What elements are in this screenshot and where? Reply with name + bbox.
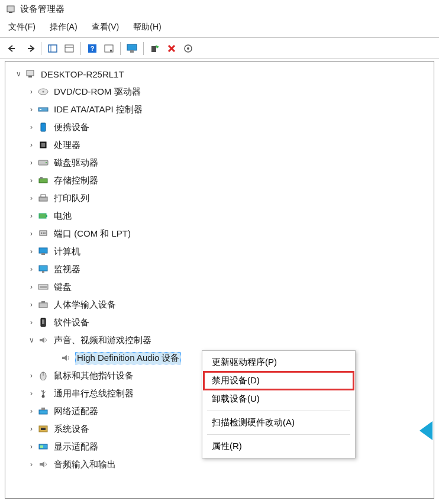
svg-rect-32 [41, 195, 46, 197]
svg-rect-58 [39, 410, 47, 414]
expander-icon[interactable]: › [27, 159, 36, 167]
svg-rect-11 [130, 50, 134, 53]
expander-icon[interactable]: › [27, 247, 36, 256]
tree-node-label: DESKTOP-R25RL1T [41, 69, 124, 79]
svg-rect-40 [41, 253, 45, 255]
enable-device-icon[interactable] [148, 41, 162, 56]
tree-node-label: 音频输入和输出 [54, 459, 116, 469]
svg-marker-50 [40, 337, 44, 343]
expander-icon[interactable]: ∨ [14, 70, 23, 78]
svg-rect-59 [41, 408, 45, 410]
properties-icon[interactable] [102, 41, 116, 56]
tree-node[interactable]: ›打印队列 [5, 189, 434, 207]
expander-icon[interactable]: › [27, 389, 36, 398]
svg-rect-10 [127, 44, 137, 50]
back-arrow-icon[interactable] [6, 41, 20, 56]
svg-rect-2 [49, 45, 57, 52]
svg-point-17 [187, 47, 189, 50]
expander-icon[interactable]: › [27, 230, 36, 238]
delete-icon[interactable] [164, 41, 179, 56]
tree-node[interactable]: ›端口 (COM 和 LPT) [5, 225, 434, 243]
tree-node-label: 磁盘驱动器 [54, 157, 98, 167]
tree-node[interactable]: ›人体学输入设备 [5, 296, 434, 314]
tree-node-label: 便携设备 [54, 122, 89, 132]
expander-icon[interactable]: › [27, 194, 36, 202]
context-menu-separator [207, 434, 350, 435]
disk-drive-icon [37, 157, 49, 168]
processor-icon [37, 140, 49, 150]
svg-rect-24 [41, 123, 46, 131]
tree-node-label: 软件设备 [54, 317, 89, 327]
toolbar-separator [120, 42, 121, 55]
tree-node[interactable]: ›软件设备 [5, 314, 434, 331]
svg-rect-63 [40, 445, 43, 448]
svg-rect-31 [39, 197, 47, 201]
show-hide-console-icon[interactable] [46, 41, 60, 56]
tree-node[interactable]: ›计算机 [5, 243, 434, 260]
context-menu-scan-hardware[interactable]: 扫描检测硬件改动(A) [204, 413, 354, 432]
svg-rect-0 [7, 6, 14, 12]
svg-rect-29 [39, 179, 47, 183]
expander-icon[interactable]: › [27, 88, 36, 96]
expander-icon[interactable]: › [27, 283, 36, 291]
tree-node[interactable]: ›IDE ATA/ATAPI 控制器 [5, 101, 434, 118]
svg-text:?: ? [91, 45, 95, 52]
forward-arrow-icon[interactable] [22, 41, 37, 56]
ports-icon [37, 228, 49, 239]
tree-node[interactable]: ›存储控制器 [5, 172, 434, 189]
menu-view[interactable]: 查看(V) [92, 22, 120, 33]
svg-rect-12 [151, 46, 156, 52]
expander-icon[interactable]: › [27, 123, 36, 131]
menu-file[interactable]: 文件(F) [8, 22, 35, 33]
svg-rect-46 [39, 303, 47, 308]
menu-action[interactable]: 操作(A) [50, 22, 78, 33]
expander-icon[interactable]: › [27, 425, 36, 433]
svg-rect-23 [40, 109, 41, 110]
expander-icon[interactable]: › [27, 265, 36, 273]
expander-icon[interactable]: › [27, 176, 36, 185]
tree-node[interactable]: ∨声音、视频和游戏控制器 [5, 331, 434, 349]
menu-help[interactable]: 帮助(H) [133, 22, 161, 33]
window-title: 设备管理器 [20, 4, 64, 15]
context-menu-uninstall-device[interactable]: 卸载设备(U) [204, 390, 354, 408]
svg-point-38 [44, 232, 46, 234]
expander-icon[interactable]: › [27, 460, 36, 469]
tree-node[interactable]: ›便携设备 [5, 118, 434, 136]
expander-icon[interactable]: › [27, 318, 36, 327]
tree-node[interactable]: ›电池 [5, 207, 434, 225]
svg-rect-42 [42, 271, 44, 273]
expander-icon[interactable]: › [27, 212, 36, 220]
tree-node-label: 监视器 [54, 264, 80, 274]
portable-device-icon [37, 122, 49, 133]
svg-rect-41 [39, 266, 47, 271]
monitor-icon[interactable] [125, 41, 139, 56]
tree-node[interactable]: ›磁盘驱动器 [5, 154, 434, 172]
expander-icon[interactable]: › [27, 105, 36, 114]
tree-node[interactable]: ›键盘 [5, 278, 434, 296]
tree-node-label: DVD/CD-ROM 驱动器 [54, 86, 141, 96]
expander-icon[interactable]: › [27, 371, 36, 380]
expander-icon[interactable]: ∨ [27, 336, 36, 344]
svg-point-37 [43, 232, 44, 234]
expander-icon[interactable]: › [27, 442, 36, 451]
tree-node[interactable]: ›处理器 [5, 136, 434, 154]
software-device-icon [37, 317, 49, 328]
view-mode-icon[interactable] [62, 41, 76, 56]
expander-icon[interactable]: › [27, 301, 36, 309]
svg-rect-4 [65, 45, 73, 52]
context-menu-properties[interactable]: 属性(R) [204, 437, 354, 455]
help-icon[interactable]: ? [85, 41, 99, 56]
tree-node[interactable]: ›DVD/CD-ROM 驱动器 [5, 83, 434, 101]
expander-icon[interactable]: › [27, 141, 36, 149]
tree-node-label: 人体学输入设备 [54, 299, 116, 309]
toolbar: ? [0, 39, 439, 59]
context-menu-disable-device[interactable]: 禁用设备(D) [204, 371, 354, 390]
tree-root[interactable]: ∨DESKTOP-R25RL1T [5, 65, 434, 83]
svg-rect-18 [27, 70, 34, 76]
scan-hardware-icon[interactable] [181, 41, 195, 56]
expander-icon[interactable]: › [27, 407, 36, 415]
context-menu-update-driver[interactable]: 更新驱动程序(P) [204, 353, 354, 371]
tree-node[interactable]: ›监视器 [5, 260, 434, 278]
svg-rect-26 [41, 143, 45, 147]
keyboard-icon [37, 282, 49, 292]
